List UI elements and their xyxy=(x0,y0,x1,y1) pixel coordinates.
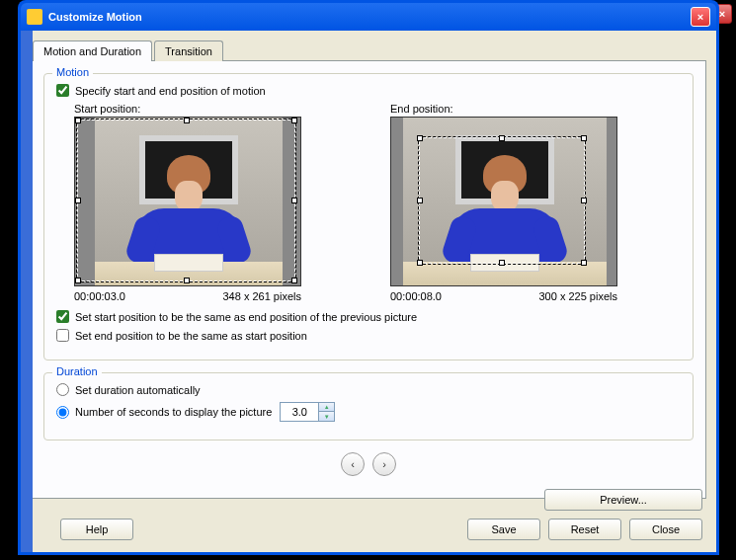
handle[interactable] xyxy=(417,135,423,141)
same-as-start-checkbox[interactable] xyxy=(56,329,69,342)
nav-buttons: ‹ › xyxy=(43,452,694,476)
handle[interactable] xyxy=(75,278,81,283)
motion-group-title: Motion xyxy=(52,66,93,78)
end-info: 00:00:08.0 300 x 225 pixels xyxy=(390,290,617,302)
start-dims: 348 x 261 pixels xyxy=(223,290,302,302)
help-button[interactable]: Help xyxy=(60,519,133,540)
same-as-prev-label: Set start position to be the same as end… xyxy=(75,311,417,323)
start-info: 00:00:03.0 348 x 261 pixels xyxy=(74,290,301,302)
duration-seconds-row[interactable]: Number of seconds to display the picture… xyxy=(56,402,681,422)
handle[interactable] xyxy=(184,118,190,123)
handle[interactable] xyxy=(581,198,587,203)
handle[interactable] xyxy=(581,260,587,266)
close-icon[interactable]: × xyxy=(691,7,710,27)
same-as-start-label: Set end position to be the same as start… xyxy=(75,330,307,342)
handle[interactable] xyxy=(291,278,297,283)
client-area: Motion and Duration Transition Motion Sp… xyxy=(21,31,716,552)
specify-checkbox[interactable] xyxy=(56,84,69,97)
duration-auto-label: Set duration automatically xyxy=(75,384,201,396)
chevron-left-icon: ‹ xyxy=(351,458,355,470)
duration-seconds-label: Number of seconds to display the picture xyxy=(75,406,272,418)
handle[interactable] xyxy=(417,198,423,203)
close-button[interactable]: Close xyxy=(629,519,702,540)
handle[interactable] xyxy=(581,135,587,141)
handle[interactable] xyxy=(291,198,297,203)
end-label: End position: xyxy=(390,103,667,115)
tab-transition[interactable]: Transition xyxy=(154,40,223,61)
handle[interactable] xyxy=(499,135,505,141)
handle[interactable] xyxy=(291,118,297,123)
spinner-up-icon[interactable]: ▲ xyxy=(319,403,334,412)
end-preview: End position: 00:00:08.0 300 x 225 pi xyxy=(390,103,667,302)
start-time: 00:00:03.0 xyxy=(74,290,125,302)
tab-strip: Motion and Duration Transition xyxy=(33,40,706,61)
duration-seconds-radio[interactable] xyxy=(56,406,69,419)
tab-body: Motion Specify start and end position of… xyxy=(31,60,706,499)
start-image[interactable] xyxy=(74,117,301,286)
window-title: Customize Motion xyxy=(48,11,691,23)
start-preview: Start position: 00:00:03.0 348 x 261 xyxy=(74,103,351,302)
next-button[interactable]: › xyxy=(372,452,396,476)
start-selection[interactable] xyxy=(77,120,295,281)
duration-group-title: Duration xyxy=(52,365,102,377)
end-time: 00:00:08.0 xyxy=(390,290,442,302)
duration-group: Duration Set duration automatically Numb… xyxy=(43,372,694,440)
save-button[interactable]: Save xyxy=(467,519,540,540)
same-as-prev-row[interactable]: Set start position to be the same as end… xyxy=(56,310,681,323)
preview-button[interactable]: Preview... xyxy=(544,489,702,511)
specify-label: Specify start and end position of motion xyxy=(75,85,266,97)
motion-group: Motion Specify start and end position of… xyxy=(43,73,694,360)
same-as-start-row[interactable]: Set end position to be the same as start… xyxy=(56,329,681,342)
app-icon xyxy=(27,9,42,25)
dialog-window: Customize Motion × Motion and Duration T… xyxy=(18,0,719,555)
handle[interactable] xyxy=(499,260,505,266)
handle[interactable] xyxy=(184,278,190,283)
duration-auto-row[interactable]: Set duration automatically xyxy=(56,383,681,396)
chevron-right-icon: › xyxy=(382,458,386,470)
end-selection[interactable] xyxy=(419,137,585,264)
bg-strip xyxy=(21,31,33,552)
start-label: Start position: xyxy=(74,103,351,115)
handle[interactable] xyxy=(75,198,81,203)
prev-button[interactable]: ‹ xyxy=(341,452,365,476)
duration-spinner[interactable]: 3.0 ▲ ▼ xyxy=(280,402,335,422)
same-as-prev-checkbox[interactable] xyxy=(56,310,69,323)
handle[interactable] xyxy=(75,118,81,123)
titlebar[interactable]: Customize Motion × xyxy=(21,3,716,31)
duration-auto-radio[interactable] xyxy=(56,383,69,396)
tab-motion-duration[interactable]: Motion and Duration xyxy=(33,40,152,61)
end-image[interactable] xyxy=(390,117,617,286)
spinner-down-icon[interactable]: ▼ xyxy=(319,412,334,421)
previews: Start position: 00:00:03.0 348 x 261 xyxy=(74,103,681,302)
handle[interactable] xyxy=(417,260,423,266)
specify-checkbox-row[interactable]: Specify start and end position of motion xyxy=(56,84,681,97)
reset-button[interactable]: Reset xyxy=(548,519,621,540)
duration-value[interactable]: 3.0 xyxy=(281,406,318,418)
end-dims: 300 x 225 pixels xyxy=(539,290,618,302)
